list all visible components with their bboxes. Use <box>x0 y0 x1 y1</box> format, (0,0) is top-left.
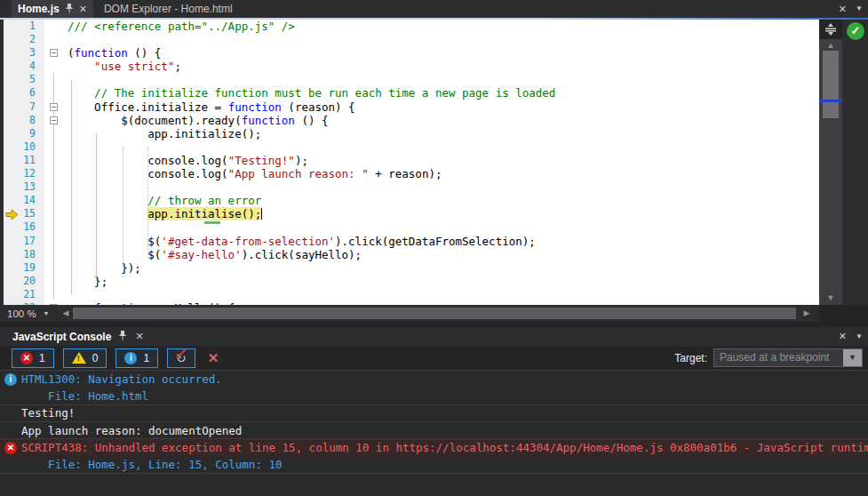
horizontal-scrollbar[interactable]: 100 % ▼ ◀ ▶ <box>0 305 868 322</box>
code-line <box>68 73 819 86</box>
code-line: (function () { <box>68 46 819 60</box>
code-line: Office.initialize = function (reason) { <box>68 100 819 114</box>
scrollbar-corner <box>819 305 868 322</box>
code-line: console.log("Testing!"); <box>68 154 819 167</box>
console-well-close-icon[interactable]: ✕ <box>839 332 847 341</box>
console-title-bar[interactable]: JavaScript Console ✕ ✕ ▼ <box>0 327 868 346</box>
zoom-dropdown-icon[interactable]: ▼ <box>44 310 50 316</box>
line-number: 14 <box>4 194 41 207</box>
line-number: 6 <box>4 86 41 100</box>
line-number: 9 <box>4 127 41 140</box>
line-number: 7 <box>4 100 41 114</box>
console-message-text: File: Home.js, Line: 15, Column: 10 <box>21 458 283 471</box>
code-line: app.initialize(); <box>68 127 819 140</box>
code-editor[interactable]: 12345678910111213141516171819202122 −−−−… <box>0 20 868 305</box>
console-well-menu-icon[interactable]: ▼ <box>856 333 863 340</box>
clear-on-navigate-button[interactable]: ↻ <box>167 348 195 368</box>
scroll-right-icon[interactable]: ▶ <box>801 308 812 319</box>
filter-info-button[interactable]: i 1 <box>115 348 158 368</box>
code-line: $('#say-hello').click(sayHello); <box>68 248 819 261</box>
tab-dom-explorer-label: DOM Explorer - Home.html <box>104 3 233 15</box>
console-message-line[interactable]: iHTML1300: Navigation occurred. <box>0 371 868 388</box>
console-message-text: App launch reason: documentOpened <box>21 424 242 437</box>
fold-column[interactable]: −−−− <box>44 20 68 305</box>
line-number: 17 <box>4 235 41 248</box>
console-message-line[interactable]: File: Home.html <box>0 388 868 404</box>
console-output[interactable]: iHTML1300: Navigation occurred. File: Ho… <box>0 371 868 496</box>
caret-position-marker <box>819 100 842 102</box>
fold-toggle-icon[interactable]: − <box>50 49 58 57</box>
structure-guide <box>96 133 97 281</box>
horizontal-scroll-thumb[interactable] <box>73 308 796 319</box>
line-number: 1 <box>4 20 41 33</box>
code-line: $('#get-data-from-selection').click(getD… <box>68 235 819 248</box>
code-line <box>68 288 819 301</box>
close-tab-icon[interactable]: ✕ <box>79 4 87 14</box>
console-close-icon[interactable]: ✕ <box>135 332 143 341</box>
scroll-up-icon[interactable]: ▲ <box>819 40 842 51</box>
breakpoint-margin[interactable]: 12345678910111213141516171819202122 <box>4 20 44 305</box>
editor-split-handle[interactable] <box>819 20 842 39</box>
fold-toggle-icon[interactable]: − <box>50 116 58 124</box>
code-line: // throw an error <box>68 194 819 207</box>
code-line <box>68 33 819 46</box>
line-number: 5 <box>4 73 41 86</box>
edit-marker <box>204 221 220 224</box>
console-title: JavaScript Console <box>12 331 111 343</box>
line-numbers: 12345678910111213141516171819202122 <box>4 20 41 305</box>
warning-icon <box>72 352 86 364</box>
line-number: 3 <box>4 46 41 60</box>
console-message-line[interactable]: File: Home.js, Line: 15, Column: 10 <box>0 456 868 473</box>
line-number: 4 <box>4 60 41 73</box>
tab-home-js[interactable]: Home.js ✕ <box>12 0 93 18</box>
line-number: 12 <box>4 167 41 180</box>
code-line: /// <reference path="../App.js" /> <box>68 20 819 33</box>
fold-toggle-icon[interactable]: − <box>50 103 58 111</box>
code-line: $(document).ready(function () { <box>68 114 819 127</box>
line-number: 13 <box>4 180 41 194</box>
editor-zoom-control[interactable]: 100 % ▼ <box>2 305 55 322</box>
indent-guide <box>123 147 123 268</box>
line-number: 2 <box>4 33 41 46</box>
line-number: 21 <box>4 288 41 301</box>
console-message-line: Testing! <box>0 405 868 422</box>
execution-pointer-icon[interactable] <box>5 208 19 220</box>
warning-count: 0 <box>92 352 99 364</box>
console-toolbar: ✕ 1 0 i 1 ↻ ✕ Target: Paused at a breakp… <box>0 346 868 371</box>
info-icon: i <box>124 352 137 364</box>
pin-icon[interactable] <box>65 4 74 15</box>
editor-right-strip: ✓ <box>842 20 868 305</box>
clear-console-icon[interactable]: ✕ <box>208 350 219 366</box>
console-message-line: ✕SCRIPT438: Unhandled exception at line … <box>0 439 868 456</box>
code-line: app.initialise(); <box>68 207 819 220</box>
refresh-disabled-icon: ↻ <box>176 352 187 364</box>
console-pin-icon[interactable] <box>118 331 127 342</box>
code-lines[interactable]: /// <reference path="../App.js" />(funct… <box>68 20 819 305</box>
code-line: // The initialize function must be run e… <box>68 86 819 100</box>
zoom-level-value: 100 % <box>7 308 36 319</box>
line-number: 19 <box>4 261 41 275</box>
close-document-well-icon[interactable]: ✕ <box>839 4 847 14</box>
document-well-menu-icon[interactable]: ▼ <box>856 5 863 12</box>
line-number: 10 <box>4 140 41 154</box>
vertical-scroll-thumb[interactable] <box>823 51 839 118</box>
scroll-left-icon[interactable]: ◀ <box>60 308 71 319</box>
error-icon: ✕ <box>20 352 33 364</box>
vs-debugger-window: Home.js ✕ DOM Explorer - Home.html ✕ ▼ 1… <box>0 0 868 496</box>
indent-guide <box>147 147 148 254</box>
vertical-scrollbar[interactable]: ▲ ▼ <box>819 20 842 305</box>
filter-warnings-button[interactable]: 0 <box>63 348 108 368</box>
scroll-down-icon[interactable]: ▼ <box>819 292 842 303</box>
line-number: 11 <box>4 154 41 167</box>
filter-errors-button[interactable]: ✕ 1 <box>12 348 54 368</box>
tab-home-js-label: Home.js <box>18 3 60 15</box>
target-select-value: Paused at a breakpoint <box>714 349 843 366</box>
console-message-text: File: Home.html <box>21 389 148 403</box>
code-line: }; <box>68 275 819 288</box>
tab-dom-explorer[interactable]: DOM Explorer - Home.html <box>93 0 243 18</box>
document-tab-bar: Home.js ✕ DOM Explorer - Home.html ✕ ▼ <box>0 0 868 18</box>
code-line: console.log("App launch reason: " + reas… <box>68 167 819 180</box>
code-line: "use strict"; <box>68 60 819 73</box>
status-check-icon[interactable]: ✓ <box>847 22 864 40</box>
console-message-line: App launch reason: documentOpened <box>0 422 868 439</box>
